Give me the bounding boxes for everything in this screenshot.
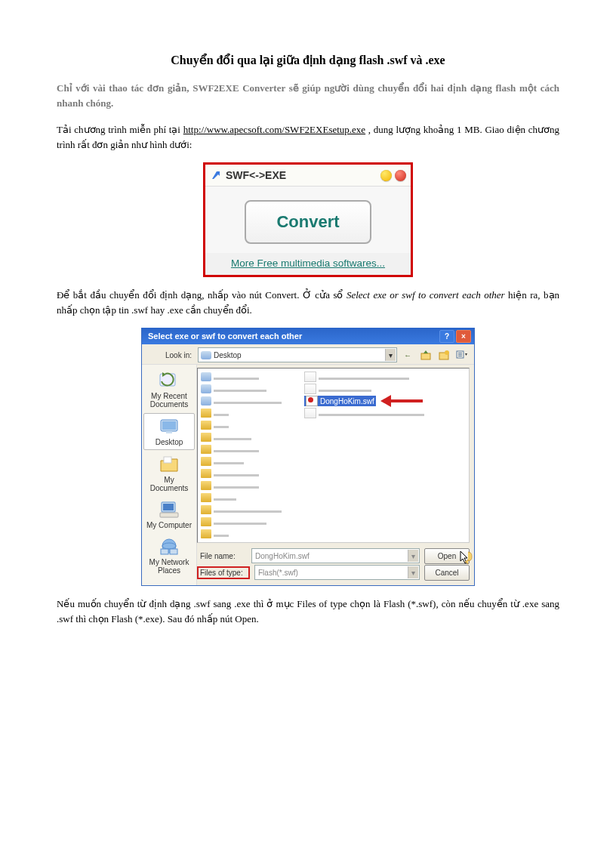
place-mydocs-label: My Documents — [150, 476, 189, 492]
look-in-value: Desktop — [214, 351, 242, 359]
cancel-label: Cancel — [435, 569, 458, 577]
file-name-label: File name: — [197, 552, 247, 560]
selected-file-label: DongHoKim.swf — [320, 397, 374, 405]
help-icon[interactable]: ? — [439, 330, 454, 343]
new-folder-icon[interactable] — [436, 348, 451, 362]
convert-title: SWF<->EXE — [226, 169, 286, 181]
desktop-icon — [201, 351, 211, 359]
svg-rect-9 — [162, 421, 176, 430]
cursor-icon — [458, 550, 473, 565]
list-item[interactable]: ▬▬▬▬▬▬▬ — [201, 517, 282, 527]
list-item[interactable]: ▬▬▬▬▬▬▬ — [201, 384, 282, 394]
para2-b: Select exe or swf to convert each other — [346, 289, 505, 301]
computer-icon — [158, 500, 180, 520]
svg-rect-13 — [163, 504, 174, 510]
look-in-dropdown[interactable]: Desktop ▾ — [198, 347, 397, 362]
page-title: Chuyển đổi qua lại giữa định dạng flash … — [57, 53, 559, 67]
file-list[interactable]: ▬▬▬▬▬▬ ▬▬▬▬▬▬▬ ▬▬▬▬▬▬▬▬▬ ▬▬ ▬▬ ▬▬▬▬▬ ▬▬▬… — [197, 368, 470, 543]
screenshot-file-dialog: Select exe or swf to convert each other … — [141, 328, 475, 586]
list-item[interactable]: ▬▬ — [201, 420, 282, 430]
file-type-label: Files of type: — [197, 566, 250, 579]
place-recent[interactable]: My Recent Documents — [144, 368, 194, 412]
svg-rect-14 — [160, 513, 178, 517]
callout-arrow-icon — [380, 397, 420, 405]
list-item[interactable]: ▬▬▬▬▬▬▬▬▬▬▬▬ — [304, 372, 424, 382]
documents-icon — [158, 455, 180, 474]
cancel-button[interactable]: Cancel — [424, 565, 470, 581]
list-item[interactable]: ▬▬ — [201, 408, 282, 418]
place-mycomputer-label: My Computer — [146, 521, 192, 529]
svg-rect-4 — [458, 353, 462, 353]
screenshot-convert-window: SWF<->EXE Convert More Free multimedia s… — [203, 162, 413, 277]
list-item[interactable]: ▬▬▬▬▬▬ — [201, 468, 282, 479]
place-network[interactable]: My Network Places — [144, 534, 194, 578]
intro-text: Chỉ với vài thao tác đơn giản, SWF2EXE C… — [57, 81, 559, 110]
back-icon[interactable]: ← — [400, 348, 415, 362]
more-softwares-link[interactable]: More Free multimedia softwares... — [205, 253, 411, 275]
minimize-icon[interactable] — [380, 170, 392, 181]
dialog-titlebar: Select exe or swf to convert each other … — [142, 328, 474, 344]
chevron-down-icon: ▾ — [385, 349, 396, 361]
file-type-dropdown[interactable]: Flash(*.swf) ▾ — [254, 565, 420, 580]
list-item[interactable]: ▬▬▬▬▬ — [201, 432, 282, 443]
list-item[interactable]: ▬▬▬▬▬▬ — [201, 372, 282, 382]
desktop-icon — [158, 417, 180, 436]
open-label: Open — [438, 552, 456, 560]
chevron-down-icon: ▾ — [408, 550, 418, 562]
place-mycomputer[interactable]: My Computer — [144, 497, 194, 532]
svg-rect-18 — [170, 549, 177, 554]
look-in-label: Look in: — [146, 351, 195, 359]
app-icon — [210, 169, 222, 181]
list-item[interactable]: ▬▬▬▬▬▬▬▬▬ — [201, 504, 282, 515]
place-mydocs[interactable]: My Documents — [144, 452, 194, 495]
close-icon[interactable] — [395, 170, 406, 181]
file-name-value: DongHoKim.swf — [255, 552, 310, 560]
download-link[interactable]: http://www.apecsoft.com/SWF2EXEsetup.exe — [183, 124, 365, 135]
para3: Nếu muốn chuyển từ định dạng .swf sang .… — [57, 597, 559, 626]
svg-rect-11 — [164, 457, 171, 463]
network-icon — [158, 537, 180, 557]
list-item[interactable]: ▬▬▬ — [201, 492, 282, 503]
list-item[interactable]: ▬▬▬▬▬▬ — [201, 480, 282, 491]
dialog-toolbar: Look in: Desktop ▾ ← — [142, 344, 474, 364]
chevron-down-icon: ▾ — [408, 566, 418, 578]
convert-titlebar: SWF<->EXE — [205, 165, 411, 187]
convert-button[interactable]: Convert — [245, 200, 371, 244]
para2: Để bắt đầu chuyển đổi định dạng, nhấp và… — [57, 288, 559, 317]
svg-rect-10 — [166, 431, 172, 433]
recent-icon — [158, 371, 180, 390]
place-desktop-label: Desktop — [156, 438, 183, 446]
para1-prefix: Tải chương trình miễn phí tại — [57, 124, 183, 135]
list-item[interactable]: ▬▬▬▬▬▬▬ — [304, 384, 424, 394]
download-paragraph: Tải chương trình miễn phí tại http://www… — [57, 122, 559, 152]
svg-point-2 — [445, 350, 449, 355]
list-item[interactable]: ▬▬▬▬▬▬ — [201, 444, 282, 455]
places-bar: My Recent Documents Desktop My Documents… — [142, 365, 197, 585]
open-button[interactable]: Open — [424, 548, 470, 564]
place-desktop[interactable]: Desktop — [143, 413, 195, 450]
list-item[interactable]: ▬▬ — [201, 529, 282, 539]
view-menu-icon[interactable] — [454, 348, 470, 362]
list-item[interactable]: ▬▬▬▬ — [201, 456, 282, 467]
swf-file-icon — [306, 396, 318, 406]
place-network-label: My Network Places — [149, 558, 189, 575]
svg-rect-0 — [421, 353, 430, 359]
file-type-value: Flash(*.swf) — [258, 569, 298, 577]
file-name-input[interactable]: DongHoKim.swf ▾ — [251, 548, 420, 563]
para2-a: Để bắt đầu chuyển đổi định dạng, nhấp và… — [57, 289, 346, 301]
selected-file-item[interactable]: DongHoKim.swf — [304, 396, 376, 406]
list-item[interactable]: ▬▬▬▬▬▬▬▬▬ — [201, 396, 282, 406]
place-recent-label: My Recent Documents — [150, 392, 189, 409]
dialog-title: Select exe or swf to convert each other — [148, 331, 302, 341]
svg-rect-17 — [161, 549, 168, 554]
close-icon[interactable]: × — [456, 330, 471, 343]
list-item[interactable]: ▬▬▬▬▬▬▬▬▬▬▬▬▬▬ — [304, 408, 424, 418]
svg-rect-5 — [458, 354, 462, 355]
up-icon[interactable] — [418, 348, 433, 362]
svg-rect-6 — [458, 356, 462, 356]
